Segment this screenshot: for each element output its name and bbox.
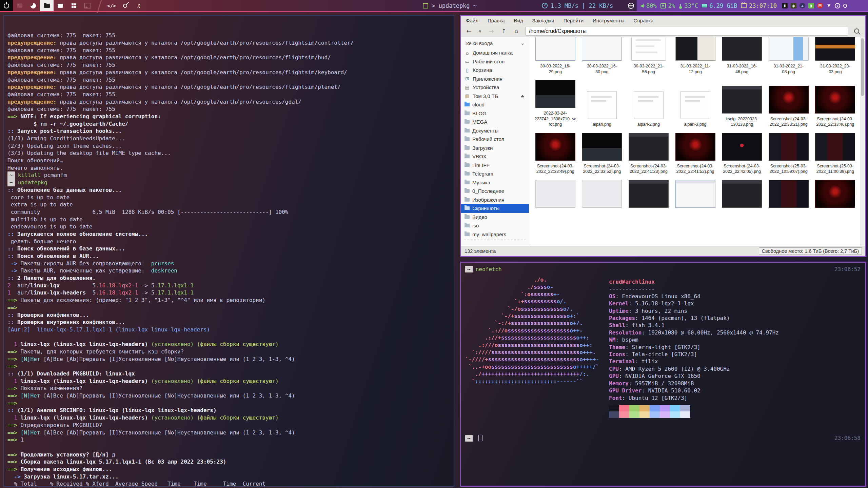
menu-item-Закладки[interactable]: Закладки xyxy=(532,18,554,23)
workspace-chat[interactable] xyxy=(54,0,67,11)
eject-icon[interactable] xyxy=(521,93,524,97)
sidebar-item-Загрузки[interactable]: Загрузки xyxy=(461,144,529,152)
file-item[interactable]: Screenshot-(24-03-2022_22:41:52).png xyxy=(672,133,719,175)
file-item[interactable] xyxy=(579,180,626,210)
terminal-line: ==> Получение исходных файлов... xyxy=(7,466,454,473)
file-item[interactable] xyxy=(718,180,765,210)
up-button[interactable]: ↑ xyxy=(500,27,508,35)
file-item[interactable]: 30-03-2022_16-29.png xyxy=(532,37,579,75)
chevron-down-icon: ⌄ xyxy=(520,40,525,46)
status-bar: 132 элемента Свободное место: 1,6 ТиБ (В… xyxy=(461,246,865,256)
path-bar[interactable]: /home/crud/Скриншоты xyxy=(525,27,848,36)
sidebar-item-Видео[interactable]: Видео xyxy=(461,213,529,222)
search-icon[interactable] xyxy=(854,28,859,34)
sidebar-item-cloud[interactable]: cloud xyxy=(461,100,529,109)
terminal-window[interactable]: файловая система: 775 пакет: 755предупре… xyxy=(3,15,454,487)
sidebar-item-Приложения[interactable]: ⊞Приложения xyxy=(461,75,529,83)
file-item[interactable] xyxy=(625,180,672,210)
menu-item-Правка[interactable]: Правка xyxy=(488,18,505,23)
diamond-tray-icon[interactable]: ◈ xyxy=(791,3,796,8)
scrollbar-thumb[interactable] xyxy=(861,38,864,96)
sidebar-item-VBOX[interactable]: VBOX xyxy=(461,152,529,161)
sidebar-item-LinLIFE[interactable]: LinLIFE xyxy=(461,161,529,170)
menu-item-Вид[interactable]: Вид xyxy=(514,18,523,23)
sidebar-item-Рабочий стол[interactable]: ▭Рабочий стол xyxy=(461,57,529,66)
file-item[interactable]: Screenshot-(24-03-2022_22:42:05).png xyxy=(718,133,765,175)
vertical-scrollbar[interactable] xyxy=(860,37,865,246)
file-thumbnail xyxy=(769,37,809,61)
wifi-tray-icon[interactable]: ▼ xyxy=(826,3,832,8)
sidebar-item-Том 3,0 ТБ[interactable]: ▥Том 3,0 ТБ xyxy=(461,92,529,101)
terminal-line: 2 aur/linux-lqx 5.16.18.lqx2-1 -> 5.17.1… xyxy=(7,282,454,289)
sidebar-item-Домашняя папка[interactable]: ⌂Домашняя папка xyxy=(461,48,529,57)
menu-item-Справка[interactable]: Справка xyxy=(634,18,654,23)
file-item[interactable] xyxy=(812,180,859,210)
neofetch-user-host: crud@archlinux xyxy=(609,278,779,285)
file-item[interactable]: 2022-03-24-223742_1308x710_scrot.png xyxy=(532,80,579,127)
file-name: alpari-2.png xyxy=(637,122,660,127)
sidebar-item-iso[interactable]: iso xyxy=(461,221,529,230)
lock-tray-icon[interactable]: ▮ xyxy=(782,3,788,8)
sidebar-item-Telegram[interactable]: Telegram xyxy=(461,169,529,178)
file-item[interactable]: Screenshot-(24-03-2022_22:33:49).png xyxy=(532,133,579,175)
file-item[interactable] xyxy=(672,180,719,210)
file-item[interactable]: 31-03-2022_11-12.png xyxy=(672,37,719,75)
file-item[interactable]: 31-03-2022_21-08.png xyxy=(765,37,812,75)
bulb-tray-icon[interactable] xyxy=(843,3,847,8)
workspace-files-active[interactable] xyxy=(40,0,54,11)
menu-item-Инструменты[interactable]: Инструменты xyxy=(593,18,625,23)
file-item[interactable]: ksnip_20220323-130133.png xyxy=(718,80,765,127)
menu-item-Файл[interactable]: Файл xyxy=(466,18,478,23)
file-item[interactable]: alpari-2.png xyxy=(625,80,672,127)
workspace-browser[interactable] xyxy=(26,0,40,11)
home-button[interactable]: ⌂ xyxy=(513,27,520,35)
file-item[interactable]: 30-03-2022_16-30.png xyxy=(579,37,626,75)
mega-tray-icon[interactable]: M xyxy=(817,3,823,8)
sidebar-item-BLOG[interactable]: BLOG xyxy=(461,109,529,118)
sidebar-item-label: Загрузки xyxy=(472,145,493,151)
file-item[interactable]: Screenshot-(24-03-2022_22:41:23).png xyxy=(625,133,672,175)
sidebar-item-Музыка[interactable]: Музыка xyxy=(461,178,529,187)
sidebar-item-Изображения[interactable]: Изображения xyxy=(461,196,529,204)
file-item[interactable]: Screenshot-(25-03-2022_11:00:39).png xyxy=(812,133,859,175)
workspace-terminal[interactable] xyxy=(13,0,26,11)
prompt-line-2[interactable]: ~ xyxy=(465,435,482,442)
back-button[interactable]: ← xyxy=(465,27,473,35)
sidebar-item-Скриншоты[interactable]: Скриншоты xyxy=(461,204,529,213)
file-item[interactable]: alpari-3.png xyxy=(672,80,719,127)
globe-icon[interactable] xyxy=(628,3,634,9)
file-item[interactable]: 31-03-2022_23-03.png xyxy=(812,37,859,75)
sidebar-item-Документы[interactable]: Документы xyxy=(461,126,529,135)
sidebar-item-my_wallpapers[interactable]: my_wallpapers xyxy=(461,230,529,239)
sidebar-item-Рабочий стол[interactable]: Рабочий стол xyxy=(461,135,529,144)
menu-item-Перейти[interactable]: Перейти xyxy=(564,18,584,23)
sidebar-item-Корзина[interactable]: ▯Корзина xyxy=(461,66,529,75)
sidebar-item-MEGA[interactable]: MEGA xyxy=(461,118,529,126)
sidebar-header[interactable]: Точки входа ⌄ xyxy=(461,38,529,48)
workspace-keys[interactable] xyxy=(118,0,132,11)
sidebar-item-0_Последнее[interactable]: 0_Последнее xyxy=(461,187,529,196)
history-dropdown-icon[interactable]: ∨ xyxy=(478,29,482,34)
workspace-images[interactable] xyxy=(81,0,94,11)
file-item[interactable]: Screenshot-(24-03-2022_22:33:21).png xyxy=(765,80,812,127)
file-item[interactable] xyxy=(532,180,579,210)
file-item[interactable]: 31-03-2022_16-46.png xyxy=(718,37,765,75)
file-item[interactable]: 30-03-2022_21-56.png xyxy=(625,37,672,75)
workspace-code[interactable]: </> xyxy=(105,0,118,11)
workspace-music[interactable]: ♫ xyxy=(132,0,145,11)
file-item[interactable]: alpari.png xyxy=(579,80,626,127)
file-item[interactable]: Screenshot-(24-03-2022_22:33:52).png xyxy=(579,133,626,175)
info-shield-tray-icon[interactable]: i xyxy=(835,3,840,8)
workspace-windows[interactable] xyxy=(67,0,81,11)
sidebar-item-Устройства[interactable]: ▤Устройства xyxy=(461,83,529,92)
file-item[interactable]: Screenshot-(25-03-2022_10:59:07).png xyxy=(765,133,812,175)
file-item[interactable] xyxy=(765,180,812,210)
rss-tray-icon[interactable]: ◗ xyxy=(808,3,814,8)
devices-icon: ▤ xyxy=(465,85,470,90)
file-item[interactable]: Screenshot-(24-03-2022_22:33:46).png xyxy=(812,80,859,127)
forward-button[interactable]: → xyxy=(488,27,495,35)
neofetch-terminal-window[interactable]: ~neofetch 23:06:52 ./o. ./sssso- `:ossss… xyxy=(460,262,866,487)
folder-icon xyxy=(44,4,50,8)
arrow-up-tray-icon[interactable]: ▲ xyxy=(800,3,805,8)
power-button[interactable] xyxy=(0,0,13,11)
